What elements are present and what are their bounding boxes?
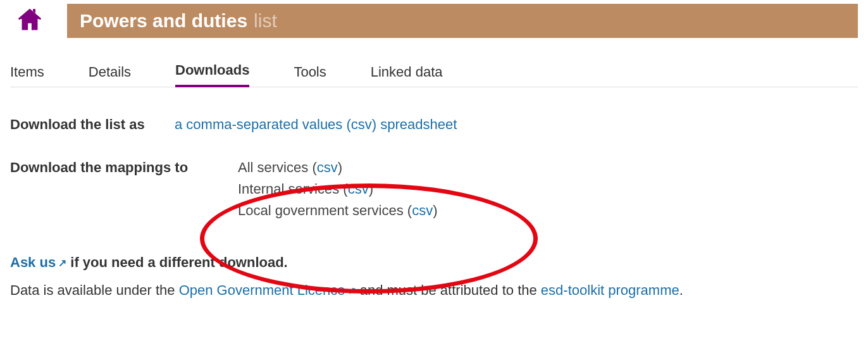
mapping-name: Internal services (238, 181, 339, 197)
external-link-icon: ↗ (56, 258, 66, 268)
download-list-label: Download the list as (10, 114, 175, 135)
tab-tools[interactable]: Tools (294, 64, 326, 87)
attribution-line: Data is available under the Open Governm… (10, 282, 858, 299)
page-subtitle: list (254, 10, 277, 32)
tab-details[interactable]: Details (89, 64, 131, 87)
ogl-link[interactable]: Open Government Licence↗ (179, 282, 356, 298)
downloads-section: Download the list as a comma-separated v… (10, 114, 858, 221)
mapping-name: All services (238, 159, 308, 175)
tab-downloads[interactable]: Downloads (175, 62, 249, 87)
title-bar: Powers and duties list (67, 4, 858, 38)
mappings-list: All services (csv) Internal services (cs… (238, 157, 437, 221)
ask-line: Ask us↗ if you need a different download… (10, 254, 858, 271)
page-title: Powers and duties (80, 10, 247, 32)
tabs: Items Details Downloads Tools Linked dat… (10, 62, 858, 87)
download-mappings-row: Download the mappings to All services (c… (10, 157, 858, 221)
mapping-csv-link[interactable]: csv (348, 181, 369, 197)
home-icon[interactable] (10, 4, 49, 38)
download-list-row: Download the list as a comma-separated v… (10, 114, 858, 135)
mapping-csv-link[interactable]: csv (317, 159, 338, 175)
page-header: Powers and duties list (10, 0, 858, 38)
ask-us-link[interactable]: Ask us↗ (10, 254, 66, 270)
download-csv-link[interactable]: a comma-separated values (csv) spreadshe… (175, 116, 457, 132)
external-link-icon: ↗ (345, 285, 356, 296)
mapping-item: Internal services (csv) (238, 178, 437, 200)
tab-linked-data[interactable]: Linked data (371, 64, 443, 87)
mapping-csv-link[interactable]: csv (412, 202, 433, 218)
mapping-item: All services (csv) (238, 157, 437, 178)
mapping-name: Local government services (238, 202, 404, 218)
esd-link[interactable]: esd-toolkit programme (541, 282, 679, 298)
download-mappings-label: Download the mappings to (10, 157, 238, 178)
tab-items[interactable]: Items (10, 64, 44, 87)
mapping-item: Local government services (csv) (238, 200, 437, 221)
